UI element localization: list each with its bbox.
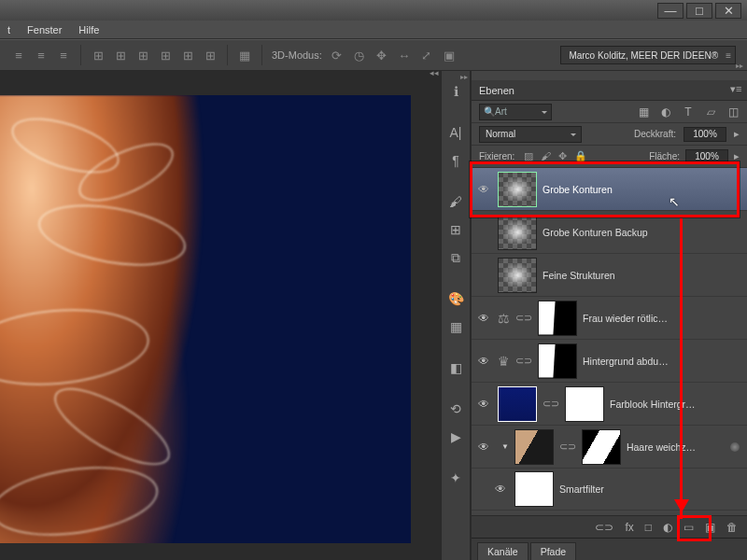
panel-menu-icon[interactable]: ▾≡ (730, 83, 743, 96)
character-icon[interactable]: A| (446, 123, 465, 142)
fx-icon[interactable]: fx (625, 521, 633, 534)
3d-roll-icon[interactable]: ◷ (352, 48, 367, 63)
blend-mode-select[interactable]: Normal (479, 126, 582, 143)
3d-scale-icon[interactable]: ⤢ (419, 48, 434, 63)
filter-smart-icon[interactable]: ◫ (726, 105, 740, 119)
distribute-right-icon[interactable]: ⊞ (203, 48, 218, 63)
swatch-icon[interactable]: ⊞ (446, 220, 465, 239)
close-button[interactable]: ✕ (715, 3, 741, 19)
filter-mask-thumbnail[interactable] (514, 471, 554, 507)
link-layers-icon[interactable]: ⊂⊃ (595, 521, 613, 534)
distribute-bottom-icon[interactable]: ⊞ (135, 48, 150, 63)
3d-pan-icon[interactable]: ✥ (374, 48, 389, 63)
menu-item-truncated[interactable]: t (7, 24, 10, 35)
tab-paths[interactable]: Pfade (530, 542, 576, 560)
layer-mask-thumbnail[interactable] (538, 301, 577, 336)
visibility-toggle[interactable]: 👁 (475, 312, 492, 325)
visibility-toggle[interactable]: 👁 (485, 515, 501, 516)
collapsed-dock: ▸▸ ℹ A| ¶ 🖌 ⊞ ⧉ 🎨 ▦ ◧ ⟲ ▶ ✦ (441, 71, 471, 560)
add-mask-icon[interactable]: □ (645, 521, 652, 534)
visibility-toggle[interactable]: 👁 (475, 398, 492, 411)
opacity-flyout-icon[interactable]: ▸ (734, 128, 740, 140)
layer-row[interactable]: Feine Strukturen (472, 254, 747, 297)
smart-object-badge-icon (730, 442, 740, 452)
actions-icon[interactable]: ▶ (446, 427, 465, 446)
menu-item-fenster[interactable]: Fenster (27, 24, 62, 35)
visibility-toggle[interactable]: 👁 (475, 441, 492, 454)
clone-source-icon[interactable]: ⧉ (446, 248, 465, 267)
maximize-button[interactable]: □ (686, 3, 712, 19)
layer-name[interactable]: Hintergrund abdu… (583, 356, 669, 367)
layer-row[interactable]: 👁 ♛ ⊂⊃ Hintergrund abdu… (472, 340, 747, 383)
3d-orbit-icon[interactable]: ⟳ (330, 48, 345, 63)
options-bar: ≡ ≡ ≡ ⊞ ⊞ ⊞ ⊞ ⊞ ⊞ ▦ 3D-Modus: ⟳ ◷ ✥ ↔ ⤢ … (0, 39, 747, 71)
smartfilter-row[interactable]: 👁 Smartfilter (472, 469, 747, 511)
layer-row[interactable]: 👁 ⚖ ⊂⊃ Frau wieder rötlic… (472, 297, 747, 340)
layer-name[interactable]: Haare weichz… (627, 441, 696, 453)
opacity-value[interactable]: 100% (684, 127, 726, 142)
layer-thumbnail[interactable] (498, 215, 537, 250)
menu-bar: t Fenster Hilfe (0, 21, 747, 39)
menu-item-hilfe[interactable]: Hilfe (78, 24, 99, 35)
navigator-icon[interactable]: ✦ (446, 469, 465, 487)
distribute-left-icon[interactable]: ⊞ (158, 48, 173, 63)
layer-name[interactable]: Grobe Konturen Backup (543, 227, 648, 238)
layer-name[interactable]: Frau wieder rötlic… (583, 313, 668, 324)
visibility-toggle[interactable]: 👁 (475, 355, 492, 368)
minimize-button[interactable]: — (657, 3, 684, 19)
fill-label: Fläche: (649, 151, 680, 161)
paragraph-icon[interactable]: ¶ (446, 151, 465, 170)
annotation-arrow (680, 218, 683, 519)
balance-icon: ⚖ (498, 311, 510, 326)
3d-slide-icon[interactable]: ↔ (397, 48, 412, 63)
annotation-highlight-layer (470, 161, 740, 217)
annotation-highlight-group-button (677, 515, 712, 541)
layer-name[interactable]: Feine Strukturen (543, 270, 615, 281)
tab-channels[interactable]: Kanäle (477, 542, 529, 560)
styles-icon[interactable]: ▦ (446, 317, 465, 336)
visibility-toggle[interactable]: 👁 (492, 483, 509, 496)
filter-type-icon[interactable]: T (682, 105, 695, 119)
distribute-top-icon[interactable]: ⊞ (91, 48, 106, 63)
layers-list: 👁 Grobe Konturen Grobe Konturen Backup F… (472, 168, 747, 515)
auto-align-icon[interactable]: ▦ (237, 48, 252, 63)
align-right-icon[interactable]: ≡ (56, 48, 71, 63)
align-center-icon[interactable]: ≡ (34, 48, 49, 63)
color-icon[interactable]: 🎨 (446, 289, 465, 308)
layer-mask-thumbnail[interactable] (565, 386, 604, 422)
user-account-menu[interactable]: Marco Kolditz, MEER DER IDEEN® (560, 46, 736, 64)
expand-toggle-icon[interactable]: ▼ (498, 442, 509, 451)
layer-row[interactable]: 👁 ▼ ⊂⊃ Haare weichz… (472, 426, 747, 469)
new-adjustment-icon[interactable]: ◐ (663, 521, 672, 534)
canvas-area[interactable]: ◂◂ (0, 71, 441, 560)
history-icon[interactable]: ⟲ (446, 399, 465, 418)
layer-mask-thumbnail[interactable] (538, 343, 577, 379)
layer-mask-thumbnail[interactable] (582, 429, 621, 465)
align-left-icon[interactable]: ≡ (11, 48, 26, 63)
filter-pixel-icon[interactable]: ▦ (637, 105, 650, 119)
layer-filter-kind[interactable]: 🔍 Art (479, 104, 552, 120)
3d-camera-icon[interactable]: ▣ (442, 48, 457, 63)
layer-thumbnail[interactable] (514, 429, 554, 465)
distribute-vcenter-icon[interactable]: ⊞ (113, 48, 128, 63)
link-icon: ⊂⊃ (543, 398, 559, 410)
layer-thumbnail[interactable] (498, 386, 537, 422)
info-icon[interactable]: ℹ (446, 82, 465, 101)
link-icon: ⊂⊃ (559, 441, 576, 453)
lock-label: Fixieren: (479, 151, 514, 161)
layer-thumbnail[interactable] (498, 258, 537, 293)
link-icon: ⊂⊃ (515, 312, 532, 324)
curves-icon: ♛ (498, 354, 510, 369)
tab-layers[interactable]: Ebenen (479, 85, 514, 96)
layer-row[interactable]: 👁 ⊂⊃ Farblook Hintergr… (472, 383, 747, 426)
filter-adjust-icon[interactable]: ◐ (659, 105, 672, 119)
collapse-handle-icon[interactable]: ◂◂ (430, 71, 439, 77)
expand-dock-icon[interactable]: ▸▸ (460, 73, 468, 81)
delete-layer-icon[interactable]: 🗑 (726, 521, 738, 534)
distribute-hcenter-icon[interactable]: ⊞ (180, 48, 195, 63)
adjustments-icon[interactable]: ◧ (446, 358, 465, 377)
filter-shape-icon[interactable]: ▱ (704, 105, 717, 119)
collapse-panel-icon[interactable]: ▸▸ (736, 62, 743, 70)
brush-icon[interactable]: 🖌 (446, 192, 465, 211)
mode-3d-label: 3D-Modus: (272, 49, 322, 61)
